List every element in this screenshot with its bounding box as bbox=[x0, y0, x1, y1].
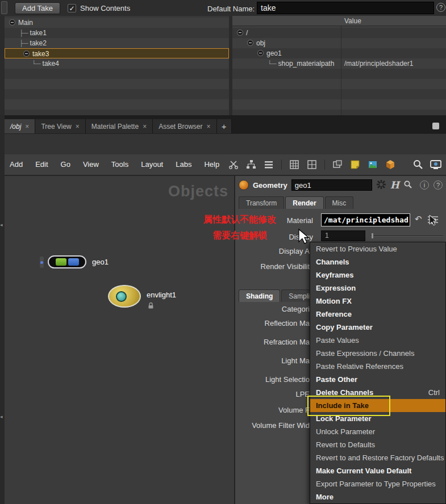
houdini-logo-icon[interactable]: H bbox=[390, 179, 399, 191]
display-options-icon[interactable] bbox=[430, 159, 440, 169]
annotation-text-line1: 属性默认不能修改 bbox=[203, 214, 276, 226]
menu-item-motion-fx[interactable]: Motion FX bbox=[310, 295, 445, 308]
tab-asset-browser[interactable]: Asset Browser × bbox=[153, 119, 216, 133]
tree-branch: ├─ bbox=[19, 30, 28, 36]
tab-tree-view[interactable]: Tree View × bbox=[35, 119, 85, 133]
take-row-take1[interactable]: ├─take1 bbox=[5, 28, 229, 38]
pane-handle[interactable] bbox=[1, 1, 7, 14]
split-layout-icon[interactable] bbox=[307, 159, 317, 170]
parameter-value: /mat/principledshader1 bbox=[344, 58, 413, 69]
collapse-icon[interactable] bbox=[9, 19, 15, 26]
tab-obj[interactable]: /obj × bbox=[5, 119, 35, 133]
image-icon[interactable] bbox=[368, 159, 378, 170]
menu-item-channels[interactable]: Channels bbox=[310, 255, 445, 268]
tab-misc[interactable]: Misc bbox=[325, 196, 354, 209]
close-icon[interactable]: × bbox=[25, 123, 29, 131]
network-editor[interactable]: Objects geo1 envlight1 bbox=[5, 176, 234, 504]
menu-edit[interactable]: Edit bbox=[29, 154, 54, 175]
content-row-materialpath[interactable]: └─shop_materialpath /mat/principledshade… bbox=[232, 58, 446, 69]
default-name-input[interactable] bbox=[257, 2, 434, 14]
menu-item-make-current-value-default[interactable]: Make Current Value Default bbox=[310, 464, 445, 477]
add-take-button[interactable]: Add Take bbox=[15, 2, 60, 14]
help-icon[interactable]: ? bbox=[434, 180, 443, 190]
search-icon[interactable] bbox=[412, 159, 423, 169]
context-watermark: Objects bbox=[168, 183, 228, 200]
tab-render[interactable]: Render bbox=[285, 196, 323, 209]
collapse-pane-icon[interactable]: ◂ bbox=[0, 222, 3, 228]
collapse-icon[interactable] bbox=[257, 50, 264, 56]
menu-item-revert-restore-factory-defaults[interactable]: Revert to and Restore Factory Defaults bbox=[310, 451, 445, 464]
menu-view[interactable]: View bbox=[77, 154, 105, 175]
list-view-icon[interactable] bbox=[264, 159, 274, 170]
menu-item-revert-to-previous-value[interactable]: Revert to Previous Value bbox=[310, 242, 445, 255]
content-row-root[interactable]: / bbox=[232, 28, 446, 38]
content-row-obj[interactable]: obj bbox=[232, 38, 446, 48]
close-icon[interactable]: × bbox=[143, 123, 147, 131]
shortcut-label: Ctrl bbox=[428, 386, 440, 399]
panes-icon[interactable] bbox=[332, 159, 343, 170]
grid-layout-icon[interactable] bbox=[289, 159, 299, 170]
tab-transform[interactable]: Transform bbox=[239, 196, 284, 209]
menu-item-paste-other[interactable]: Paste Other bbox=[310, 373, 445, 386]
menu-item-export-parameter-type-properties[interactable]: Export Parameter to Type Properties bbox=[310, 477, 445, 490]
take-row-take4[interactable]: └─take4 bbox=[5, 58, 229, 69]
collapse-icon[interactable] bbox=[247, 40, 253, 46]
close-icon[interactable]: × bbox=[76, 123, 80, 131]
collapse-icon[interactable] bbox=[23, 51, 30, 57]
collapse-pane-icon[interactable]: ◂ bbox=[0, 414, 3, 419]
menu-item-paste-relative-references[interactable]: Paste Relative References bbox=[310, 360, 445, 373]
menu-tools[interactable]: Tools bbox=[105, 154, 135, 175]
menu-item-reference[interactable]: Reference bbox=[310, 308, 445, 321]
render-flag-icon[interactable] bbox=[68, 258, 79, 266]
pane-edge-strip: ◂ ◂ bbox=[0, 115, 5, 504]
menu-item-unlock-parameter[interactable]: Unlock Parameter bbox=[310, 425, 445, 438]
display-field[interactable]: 1 bbox=[321, 230, 365, 241]
search-icon[interactable] bbox=[403, 180, 412, 191]
help-icon[interactable]: ? bbox=[436, 3, 445, 12]
param-label-display-as: Display A bbox=[235, 247, 310, 255]
tree-view-icon[interactable] bbox=[246, 159, 256, 170]
tree-branch: ├─ bbox=[19, 40, 28, 47]
lock-icon bbox=[148, 302, 154, 310]
display-flag-icon[interactable] bbox=[56, 258, 66, 266]
menu-item-paste-expressions-channels[interactable]: Paste Expressions / Channels bbox=[310, 347, 445, 360]
menu-item-expression[interactable]: Expression bbox=[310, 282, 445, 295]
cut-tool-icon[interactable] bbox=[228, 159, 239, 170]
info-icon[interactable]: i bbox=[420, 180, 429, 190]
slider-handle[interactable] bbox=[372, 233, 373, 238]
node-flags[interactable] bbox=[40, 257, 44, 268]
show-contents-checkbox[interactable]: ✓ bbox=[68, 4, 76, 12]
take-row-main[interactable]: Main bbox=[5, 18, 229, 28]
new-tab-button[interactable]: + bbox=[217, 119, 232, 133]
node-name-input[interactable] bbox=[291, 179, 372, 191]
menu-item-copy-parameter[interactable]: Copy Parameter bbox=[310, 321, 445, 334]
subtab-shading[interactable]: Shading bbox=[239, 289, 280, 302]
node-body[interactable] bbox=[48, 255, 86, 268]
take-manager-pane: Add Take ✓ Show Contents Default Name: ?… bbox=[0, 0, 446, 115]
material-path-field[interactable]: /mat/principledshad bbox=[321, 213, 410, 226]
box-icon[interactable] bbox=[385, 159, 395, 170]
menu-item-paste-values[interactable]: Paste Values bbox=[310, 334, 445, 347]
menu-go[interactable]: Go bbox=[55, 154, 77, 175]
notes-icon[interactable] bbox=[350, 159, 360, 170]
tree-branch: └─ bbox=[32, 60, 41, 67]
menu-labs[interactable]: Labs bbox=[169, 154, 198, 175]
menu-item-more[interactable]: More bbox=[310, 490, 445, 503]
revert-icon[interactable]: ↶ bbox=[415, 214, 422, 224]
menu-layout[interactable]: Layout bbox=[135, 154, 169, 175]
node-label: geo1 bbox=[92, 258, 109, 266]
value-column-header: Value bbox=[344, 17, 361, 25]
take-row-take2[interactable]: ├─take2 bbox=[5, 38, 229, 48]
menu-item-revert-to-defaults[interactable]: Revert to Defaults bbox=[310, 438, 445, 451]
content-row-geo1[interactable]: geo1 bbox=[232, 48, 446, 58]
menu-item-keyframes[interactable]: Keyframes bbox=[310, 268, 445, 282]
gear-icon[interactable] bbox=[376, 179, 386, 191]
menu-help[interactable]: Help bbox=[198, 154, 226, 175]
collapse-icon[interactable] bbox=[237, 30, 243, 36]
display-slider[interactable] bbox=[370, 236, 443, 237]
tab-material-palette[interactable]: Material Palette × bbox=[86, 119, 153, 133]
maximize-pane-icon[interactable] bbox=[432, 123, 439, 129]
close-icon[interactable]: × bbox=[207, 123, 211, 131]
menu-add[interactable]: Add bbox=[3, 154, 29, 175]
take-row-take3-selected[interactable]: take3 bbox=[5, 48, 229, 58]
